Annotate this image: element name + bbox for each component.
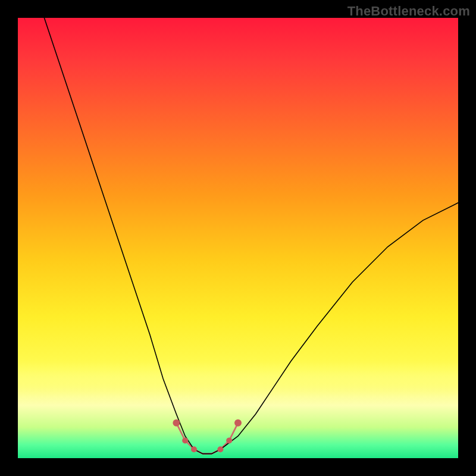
watermark-text: TheBottleneck.com bbox=[347, 4, 470, 19]
left-edge-marker bbox=[173, 419, 180, 427]
bottleneck-curve bbox=[44, 18, 458, 454]
left-mid-marker bbox=[182, 437, 188, 443]
curve-svg bbox=[18, 18, 458, 458]
right-edge-marker bbox=[234, 419, 242, 427]
right-mid-marker bbox=[226, 437, 232, 443]
plot-area bbox=[18, 18, 458, 458]
min-region-start bbox=[191, 446, 197, 452]
chart-frame: TheBottleneck.com bbox=[0, 0, 476, 476]
min-region-end bbox=[217, 446, 223, 452]
